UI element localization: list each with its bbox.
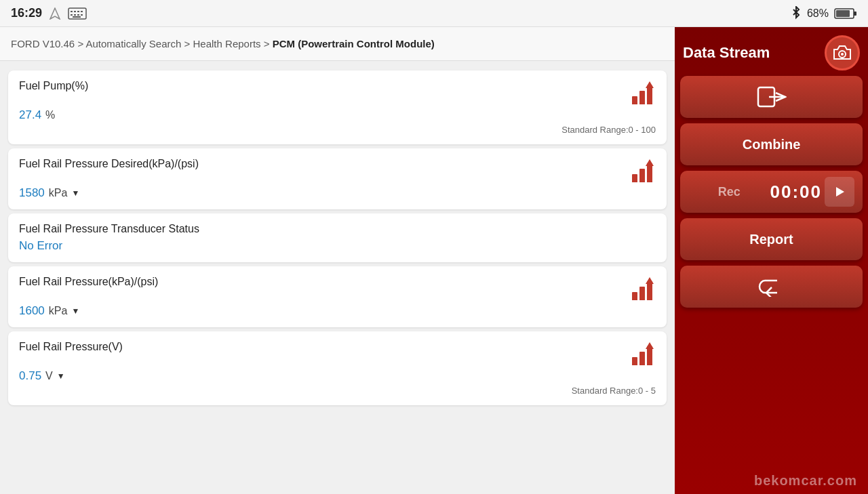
bluetooth-icon [791,6,802,21]
camera-button[interactable] [825,35,860,70]
data-list: Fuel Pump(%) 27.4 % Standard Range:0 - 1… [0,61,675,494]
left-panel: FORD V10.46 > Automatically Search > Hea… [0,27,675,494]
play-icon [833,185,846,199]
chart-icon-fuel-pump[interactable] [629,80,656,104]
data-item-fuel-rail-kpa[interactable]: Fuel Rail Pressure(kPa)/(psi) 1600 kPa ▼ [8,266,667,327]
right-panel-header: Data Stream [680,33,863,70]
dropdown-arrow-fuel-rail-v[interactable]: ▼ [57,371,65,381]
status-left: 16:29 [11,6,87,20]
svg-rect-4 [77,11,79,12]
time-display: 16:29 [11,6,42,20]
bar3 [647,346,652,365]
battery-percent: 68% [807,7,829,20]
record-timer: 00:00 [770,182,823,203]
svg-rect-7 [74,14,76,16]
item-name-transducer: Fuel Rail Pressure Transducer Status [19,223,656,235]
data-item-fuel-rail-desired[interactable]: Fuel Rail Pressure Desired(kPa)/(psi) 15… [8,148,667,209]
data-item-fuel-pump[interactable]: Fuel Pump(%) 27.4 % Standard Range:0 - 1… [8,70,667,144]
breadcrumb-sep1: > [77,38,85,49]
dropdown-arrow-fuel-rail-kpa[interactable]: ▼ [71,306,79,316]
breadcrumb-health-reports: Health Reports [193,38,261,49]
data-item-header2: Fuel Rail Pressure Desired(kPa)/(psi) [19,158,656,182]
breadcrumb-current: PCM (Powertrain Control Module) [273,38,435,49]
svg-rect-13 [836,10,850,17]
report-button[interactable]: Report [680,218,863,260]
status-right: 68% [791,6,857,21]
play-button[interactable] [825,177,854,207]
branding: bekomcar.com [680,473,863,489]
svg-marker-18 [836,187,844,197]
chart-bars-arrow5 [632,341,652,365]
data-item-fuel-rail-v[interactable]: Fuel Rail Pressure(V) 0.75 V ▼ Standard … [8,331,667,405]
back-button[interactable] [680,266,863,308]
value-num-fuel-rail-v: 0.75 [19,369,41,383]
data-item-value5: 0.75 V ▼ [19,369,656,383]
svg-rect-5 [81,11,83,12]
bar2 [639,287,645,300]
bar1 [632,174,637,182]
value-unit-fuel-rail-v: V [45,370,53,382]
value-num-fuel-rail-desired: 1580 [19,186,45,200]
standard-range-fuel-rail-v: Standard Range:0 - 5 [19,386,656,396]
svg-rect-10 [73,16,81,18]
bar1 [632,96,637,104]
value-unit-fuel-pump: % [45,109,55,121]
bar3 [647,281,652,300]
data-item-value2: 1580 kPa ▼ [19,186,656,200]
value-num-fuel-rail-kpa: 1600 [19,304,45,318]
value-unit-fuel-rail-desired: kPa [49,187,68,199]
chart-icon-fuel-rail-v[interactable] [629,341,656,365]
svg-point-15 [841,53,844,56]
data-item-value4: 1600 kPa ▼ [19,304,656,318]
item-name-fuel-rail-v: Fuel Rail Pressure(V) [19,341,629,353]
chart-bars-arrow4 [632,276,652,300]
data-item-header3: Fuel Rail Pressure Transducer Status [19,223,656,235]
svg-rect-2 [71,11,73,12]
bar1 [632,357,637,365]
value-unit-fuel-rail-kpa: kPa [49,305,68,317]
bar3 [647,163,652,182]
dropdown-arrow-fuel-rail-desired[interactable]: ▼ [71,188,79,198]
data-item-header5: Fuel Rail Pressure(V) [19,341,656,365]
item-name-fuel-rail-kpa: Fuel Rail Pressure(kPa)/(psi) [19,276,629,288]
data-item-header: Fuel Pump(%) [19,80,656,104]
bar2 [639,169,645,182]
breadcrumb-ford: FORD V10.46 [11,38,75,49]
bar2 [639,91,645,104]
keyboard-icon [68,7,87,20]
chart-bars-arrow2 [632,158,652,182]
exit-icon [757,85,787,109]
chart-icon-fuel-rail-kpa[interactable] [629,276,656,300]
chart-icon-fuel-rail-desired[interactable] [629,158,656,182]
svg-rect-8 [77,14,79,16]
signal-icon [47,7,62,20]
combine-label: Combine [743,137,801,152]
record-button[interactable]: Rec 00:00 [680,171,863,213]
item-name-fuel-pump: Fuel Pump(%) [19,80,629,92]
data-item-value: 27.4 % [19,108,656,122]
transducer-status: No Error [19,239,656,253]
back-icon [757,276,787,297]
data-stream-title: Data Stream [683,44,770,62]
breadcrumb-sep2: > [184,38,193,49]
combine-button[interactable]: Combine [680,123,863,165]
svg-marker-0 [50,8,60,19]
bar3 [647,85,652,104]
camera-icon [832,44,852,62]
data-item-transducer[interactable]: Fuel Rail Pressure Transducer Status No … [8,213,667,262]
data-item-header4: Fuel Rail Pressure(kPa)/(psi) [19,276,656,300]
breadcrumb-auto-search: Automatically Search [86,38,182,49]
main-layout: FORD V10.46 > Automatically Search > Hea… [0,27,868,494]
svg-rect-9 [81,14,83,16]
bar2 [639,352,645,365]
svg-rect-12 [854,12,856,16]
report-label: Report [749,232,793,247]
exit-button[interactable] [680,76,863,118]
svg-rect-3 [74,11,76,12]
breadcrumb-sep3: > [264,38,273,49]
record-label: Rec [686,185,768,199]
value-num-fuel-pump: 27.4 [19,108,41,122]
bar1 [632,292,637,300]
status-bar: 16:29 68% [0,0,868,27]
svg-rect-6 [71,14,73,16]
